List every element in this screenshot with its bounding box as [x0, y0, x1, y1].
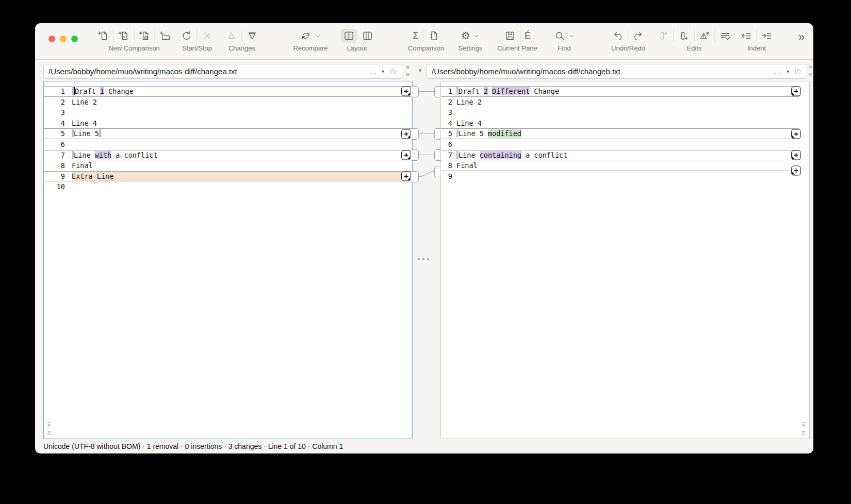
layout-two-icon[interactable] — [340, 29, 357, 43]
left-path-dropdown-button[interactable]: ▾ — [382, 69, 384, 74]
triangle-up-icon[interactable] — [226, 30, 238, 42]
left-path-more-button[interactable]: … — [369, 67, 377, 76]
gear-icon[interactable]: ⚙ — [461, 30, 470, 42]
toolbar-group-label: New Comparison — [108, 44, 160, 52]
e-acute-icon[interactable]: É — [525, 30, 531, 42]
merge-change-button[interactable]: + — [401, 172, 411, 181]
merge-change-button[interactable]: + — [791, 87, 801, 96]
scroll-to-first-change-icon[interactable] — [800, 422, 807, 427]
right-edge-handle-dot[interactable] — [809, 73, 812, 76]
right-path-dropdown-button[interactable]: ▾ — [787, 69, 789, 74]
toolbar-group-undo-redo: Undo/Redo — [611, 27, 645, 52]
toolbar-separator — [242, 29, 242, 42]
scroll-to-last-change-icon[interactable] — [800, 430, 807, 435]
plain-text: Change — [530, 87, 559, 95]
code-line: 4Line 4 — [441, 118, 809, 129]
plain-text: Final — [456, 161, 478, 170]
plain-text: Line — [74, 151, 95, 159]
gap-drag-handle[interactable] — [418, 258, 429, 260]
diff-highlight-text: 2 — [484, 87, 488, 95]
toolbar-overflow-button[interactable]: » — [798, 30, 805, 44]
scroll-to-first-change-icon[interactable] — [46, 422, 52, 427]
line-number: 7 — [441, 150, 452, 161]
right-editor-pane[interactable]: 1Draft 2 Different Change+2Line 234Line … — [440, 81, 810, 439]
line-number: 2 — [44, 97, 65, 108]
left-editor-pane[interactable]: 1Draft 1 Change+2Line 234Line 45Line 5+6… — [43, 81, 413, 439]
line-number: 4 — [441, 118, 452, 129]
chevron-down-icon[interactable] — [570, 33, 575, 39]
layout-three-icon[interactable] — [362, 30, 373, 42]
status-bar: Unicode (UTF-8 without BOM) · 1 removal … — [35, 439, 813, 453]
sigma-icon[interactable]: Σ — [413, 30, 418, 42]
cycle-icon[interactable] — [300, 30, 312, 42]
merge-change-button[interactable]: + — [791, 165, 801, 175]
code-line: 8Final — [44, 160, 412, 171]
pill-down-icon[interactable] — [678, 30, 690, 42]
merge-change-button[interactable]: + — [791, 129, 801, 139]
folder-plus-icon[interactable] — [159, 30, 171, 42]
chevron-down-icon[interactable] — [474, 33, 480, 39]
code-text: Line containing a conflict — [456, 150, 809, 161]
line-number: 8 — [441, 160, 452, 171]
left-code-lines: 1Draft 1 Change+2Line 234Line 45Line 5+6… — [44, 86, 412, 192]
magnifier-icon[interactable] — [554, 30, 566, 42]
pill-up-icon[interactable] — [658, 30, 669, 42]
code-text — [456, 107, 809, 118]
redo-icon[interactable] — [633, 30, 645, 42]
right-path-more-button[interactable]: … — [774, 67, 782, 76]
plain-text: Line 4 — [72, 119, 97, 127]
doc-report-icon[interactable] — [428, 30, 439, 42]
merge-change-button[interactable]: + — [401, 129, 411, 139]
pane-splitter-handle-dot[interactable] — [406, 65, 410, 69]
code-line: 5Line 5 modified+ — [441, 128, 809, 139]
undo-icon[interactable] — [612, 30, 624, 42]
diff-highlight-text: with — [95, 151, 112, 159]
code-line: 9+ — [441, 171, 809, 182]
left-file-path-field[interactable]: /Users/bobby/home/muo/writing/macos-diff… — [43, 64, 402, 79]
chevron-down-icon[interactable] — [316, 33, 321, 39]
toolbar-group-label: Undo/Redo — [611, 44, 645, 52]
merge-change-button[interactable]: + — [401, 150, 411, 160]
outdent-icon[interactable] — [741, 30, 752, 42]
code-line: 3 — [44, 107, 412, 118]
warn-x-icon[interactable] — [699, 30, 711, 42]
doc-binary-icon[interactable]: 01 — [118, 30, 130, 42]
minimize-window-button[interactable] — [60, 36, 67, 42]
zoom-window-button[interactable] — [71, 36, 78, 42]
toolbar-separator — [113, 29, 114, 42]
doc-image-icon[interactable] — [139, 30, 151, 42]
plain-text: Line — [459, 151, 480, 159]
path-bar-row: /Users/bobby/home/muo/writing/macos-diff… — [35, 60, 813, 81]
toolbar-group-label: Layout — [347, 44, 367, 52]
plain-text: Final — [72, 161, 93, 170]
toolbar-separator — [628, 29, 629, 42]
diff-highlight-text: modified — [488, 129, 521, 138]
code-line: 9Extra Line+ — [44, 171, 412, 182]
merge-change-button[interactable]: + — [791, 150, 801, 160]
plain-text: Extra Line — [72, 172, 113, 180]
merge-change-button[interactable]: + — [401, 87, 411, 96]
right-path-history-icon[interactable] — [794, 68, 802, 76]
floppy-icon[interactable] — [504, 30, 516, 42]
triangle-down-bar-icon[interactable] — [247, 30, 258, 42]
pane-splitter-handle-dot[interactable] — [406, 73, 410, 76]
doc-plus-icon[interactable] — [97, 30, 109, 42]
lines-check-icon[interactable] — [719, 30, 731, 42]
right-file-path-field[interactable]: /Users/bobby/home/muo/writing/macos-diff… — [427, 64, 807, 79]
code-line: 7Line containing a conflict+ — [441, 150, 809, 161]
toolbar-group-label: Changes — [228, 44, 255, 52]
close-x-icon[interactable] — [202, 30, 214, 42]
close-window-button[interactable] — [48, 36, 55, 42]
splitter-dot — [419, 69, 421, 72]
code-text: Extra Line — [72, 171, 412, 182]
code-text: Line 2 — [72, 97, 412, 108]
line-number: 4 — [44, 118, 65, 129]
line-number: 5 — [44, 128, 65, 139]
code-text: Line with a conflict — [72, 150, 412, 161]
scroll-to-last-change-icon[interactable] — [46, 430, 52, 435]
right-edge-handle-dot[interactable] — [809, 65, 812, 69]
indent-icon[interactable] — [761, 30, 773, 42]
left-path-history-icon[interactable] — [389, 68, 397, 76]
refresh-icon[interactable] — [181, 30, 193, 42]
diff-content: 1Draft 1 Change+2Line 234Line 45Line 5+6… — [35, 81, 813, 439]
